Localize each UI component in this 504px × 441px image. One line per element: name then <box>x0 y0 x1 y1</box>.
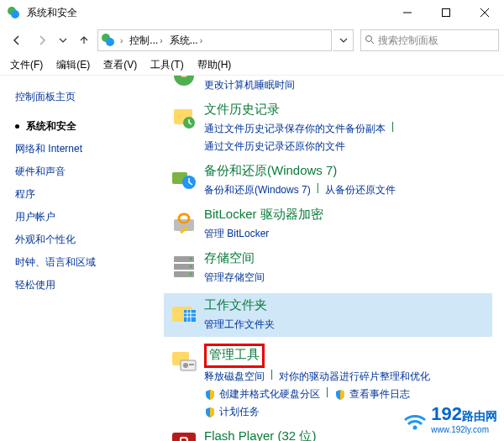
section-power: 唤醒计算机时需要密码| 更改电源按钮的功能 更改计算机睡眠时间 <box>164 76 492 94</box>
svg-rect-3 <box>443 9 450 17</box>
svg-line-9 <box>371 41 374 44</box>
bitlocker-icon <box>164 206 204 243</box>
svg-point-23 <box>190 273 192 276</box>
link-power-button[interactable]: 更改电源按钮的功能 <box>319 76 410 76</box>
sidebar-item-network[interactable]: 网络和 Internet <box>15 138 164 160</box>
wifi-icon <box>402 408 428 430</box>
red-highlight-box: 管理工具 <box>204 344 265 368</box>
power-icon <box>164 76 204 94</box>
backup-title[interactable]: 备份和还原(Windows 7) <box>204 162 337 181</box>
sidebar: 控制面板主页 系统和安全 网络和 Internet 硬件和声音 程序 用户帐户 … <box>0 76 164 441</box>
search-placeholder: 搜索控制面板 <box>378 34 438 48</box>
sidebar-item-home[interactable]: 控制面板主页 <box>15 86 164 108</box>
link-free-space[interactable]: 释放磁盘空间 <box>204 368 265 386</box>
minimize-button[interactable] <box>388 0 427 25</box>
nav-bar: › 控制... › 系统... › 搜索控制面板 <box>0 25 504 55</box>
sidebar-item-ease[interactable]: 轻松使用 <box>15 274 164 297</box>
link-manage-bitlocker[interactable]: 管理 BitLocker <box>204 225 269 243</box>
svg-point-35 <box>413 425 417 429</box>
link-backup-restore[interactable]: 备份和还原(Windows 7) <box>204 181 311 199</box>
watermark: 192路由网 www.192ly.com <box>402 403 497 434</box>
refresh-dropdown[interactable] <box>333 29 354 51</box>
svg-rect-11 <box>181 76 187 77</box>
breadcrumb[interactable]: › 控制... › 系统... › <box>97 29 332 51</box>
section-backup: 备份和还原(Windows 7) 备份和还原(Windows 7)| 从备份还原… <box>164 162 492 199</box>
flash-title[interactable]: Flash Player (32 位) <box>204 428 316 441</box>
up-button[interactable] <box>72 29 96 52</box>
main-panel: 唤醒计算机时需要密码| 更改电源按钮的功能 更改计算机睡眠时间 文件历史记录 通… <box>164 76 504 441</box>
svg-point-7 <box>106 38 114 46</box>
file-history-title[interactable]: 文件历史记录 <box>204 101 280 120</box>
work-folders-icon <box>164 297 204 333</box>
bullet-icon <box>15 124 19 129</box>
menu-help[interactable]: 帮助(H) <box>191 56 239 74</box>
work-folders-title[interactable]: 工作文件夹 <box>204 297 267 316</box>
link-format-disk[interactable]: 创建并格式化硬盘分区 <box>204 386 320 403</box>
link-sleep-time[interactable]: 更改计算机睡眠时间 <box>204 76 295 94</box>
menu-view[interactable]: 查看(V) <box>97 56 144 74</box>
admin-tools-icon <box>164 344 204 421</box>
breadcrumb-seg-2[interactable]: 系统... › <box>166 30 206 50</box>
svg-point-1 <box>11 10 19 18</box>
menu-file[interactable]: 文件(F) <box>3 56 50 74</box>
window-controls <box>388 0 504 25</box>
title-bar: 系统和安全 <box>0 0 504 25</box>
section-bitlocker: BitLocker 驱动器加密 管理 BitLocker <box>164 206 492 243</box>
section-file-history: 文件历史记录 通过文件历史记录保存你的文件备份副本| 通过文件历史记录还原你的文… <box>164 101 492 155</box>
maximize-button[interactable] <box>427 0 465 25</box>
link-restore-files[interactable]: 从备份还原文件 <box>325 181 396 199</box>
svg-point-8 <box>366 35 372 41</box>
link-defrag[interactable]: 对你的驱动器进行碎片整理和优化 <box>279 368 430 386</box>
window-title: 系统和安全 <box>27 6 388 20</box>
sidebar-item-system-security[interactable]: 系统和安全 <box>15 115 164 138</box>
menu-edit[interactable]: 编辑(E) <box>50 56 97 74</box>
svg-rect-25 <box>184 310 196 322</box>
sidebar-item-clock[interactable]: 时钟、语言和区域 <box>15 251 164 274</box>
menu-bar: 文件(F) 编辑(E) 查看(V) 工具(T) 帮助(H) <box>0 55 504 76</box>
section-work-folders: 工作文件夹 管理工作文件夹 <box>164 293 492 337</box>
back-button[interactable] <box>5 29 29 52</box>
search-icon <box>365 34 375 47</box>
flash-icon <box>164 428 204 441</box>
close-button[interactable] <box>465 0 504 25</box>
admin-tools-title[interactable]: 管理工具 <box>209 346 260 365</box>
bitlocker-title[interactable]: BitLocker 驱动器加密 <box>204 206 323 225</box>
sidebar-item-programs[interactable]: 程序 <box>15 183 164 206</box>
link-fh-restore[interactable]: 通过文件历史记录还原你的文件 <box>204 138 345 155</box>
file-history-icon <box>164 101 204 155</box>
link-manage-workfolders[interactable]: 管理工作文件夹 <box>204 316 275 333</box>
sidebar-item-accounts[interactable]: 用户帐户 <box>15 206 164 228</box>
storage-icon <box>164 249 204 286</box>
search-input[interactable]: 搜索控制面板 <box>360 29 499 51</box>
svg-rect-33 <box>189 364 194 365</box>
sidebar-item-hardware[interactable]: 硬件和声音 <box>15 160 164 183</box>
breadcrumb-seg-1[interactable]: 控制... › <box>126 30 165 50</box>
link-event-log[interactable]: 查看事件日志 <box>334 386 410 403</box>
shield-icon <box>204 389 216 401</box>
svg-point-22 <box>190 265 192 268</box>
recent-locations-button[interactable] <box>55 29 71 52</box>
section-storage: 存储空间 管理存储空间 <box>164 249 492 286</box>
content: 控制面板主页 系统和安全 网络和 Internet 硬件和声音 程序 用户帐户 … <box>0 76 504 441</box>
storage-title[interactable]: 存储空间 <box>204 249 255 269</box>
menu-tools[interactable]: 工具(T) <box>144 56 190 74</box>
shield-icon <box>204 407 216 418</box>
svg-point-32 <box>183 363 188 368</box>
shield-icon <box>334 389 346 401</box>
location-icon <box>100 32 117 49</box>
app-icon <box>7 6 20 19</box>
link-fh-save[interactable]: 通过文件历史记录保存你的文件备份副本 <box>204 120 386 138</box>
svg-rect-17 <box>179 214 189 223</box>
forward-button[interactable] <box>30 29 54 52</box>
sidebar-item-appearance[interactable]: 外观和个性化 <box>15 228 164 251</box>
breadcrumb-chevron[interactable]: › <box>117 30 126 50</box>
svg-point-21 <box>190 258 192 260</box>
backup-icon <box>164 162 204 199</box>
link-schedule-task[interactable]: 计划任务 <box>204 403 260 421</box>
link-manage-storage[interactable]: 管理存储空间 <box>204 269 265 286</box>
